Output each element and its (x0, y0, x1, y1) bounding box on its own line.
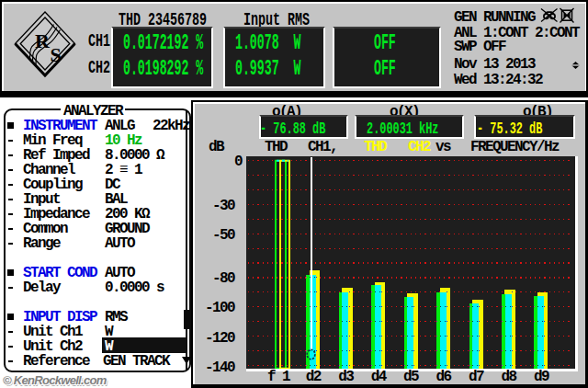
svg-text:R: R (35, 29, 51, 52)
svg-text:S: S (50, 43, 61, 66)
